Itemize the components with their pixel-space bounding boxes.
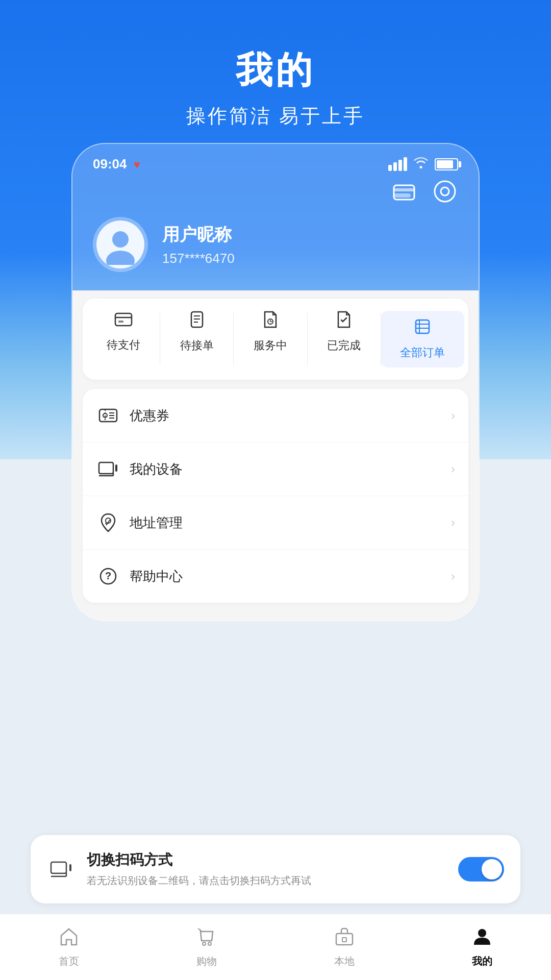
svg-point-35 bbox=[203, 942, 206, 945]
svg-rect-14 bbox=[416, 320, 429, 333]
top-icons-row bbox=[72, 176, 479, 209]
svg-point-3 bbox=[435, 181, 455, 202]
order-tab-pending-accept[interactable]: 待接单 bbox=[160, 311, 233, 368]
coupons-arrow: › bbox=[451, 408, 455, 423]
in-service-label: 服务中 bbox=[254, 338, 287, 353]
order-tab-pending-pay[interactable]: 待支付 bbox=[87, 311, 160, 368]
order-tab-completed[interactable]: 已完成 bbox=[308, 311, 381, 368]
address-label: 地址管理 bbox=[130, 514, 451, 532]
svg-rect-1 bbox=[394, 188, 414, 191]
bottom-nav: 首页 购物 bbox=[0, 914, 551, 980]
fixed-bottom: 切换扫码方式 若无法识别设备二维码，请点击切换扫码方式再试 首页 bbox=[0, 835, 551, 980]
svg-point-36 bbox=[208, 942, 211, 945]
pending-pay-icon bbox=[114, 311, 133, 332]
nav-item-local[interactable]: 本地 bbox=[276, 914, 413, 980]
svg-rect-6 bbox=[115, 313, 132, 326]
page-title-area: 我的 操作简洁 易于上手 bbox=[0, 0, 551, 129]
svg-text:?: ? bbox=[105, 570, 111, 581]
nav-home-label: 首页 bbox=[59, 954, 79, 968]
svg-point-41 bbox=[478, 929, 486, 937]
help-label: 帮助中心 bbox=[130, 568, 451, 585]
wallet-icon[interactable] bbox=[391, 178, 417, 205]
svg-line-38 bbox=[198, 928, 199, 929]
menu-item-coupons[interactable]: 优惠券 › bbox=[83, 389, 468, 443]
svg-rect-39 bbox=[336, 934, 353, 945]
profile-info: 用户昵称 157****6470 bbox=[162, 223, 235, 266]
scan-switch-card: 切换扫码方式 若无法识别设备二维码，请点击切换扫码方式再试 bbox=[31, 835, 520, 903]
svg-rect-8 bbox=[118, 321, 123, 323]
svg-rect-40 bbox=[342, 938, 346, 942]
home-icon bbox=[59, 926, 79, 951]
avatar-inner bbox=[96, 220, 144, 268]
scan-texts: 切换扫码方式 若无法识别设备二维码，请点击切换扫码方式再试 bbox=[87, 850, 447, 888]
scan-title: 切换扫码方式 bbox=[87, 850, 447, 870]
help-arrow: › bbox=[451, 569, 455, 583]
completed-label: 已完成 bbox=[327, 338, 361, 353]
wifi-icon bbox=[413, 156, 429, 172]
completed-icon bbox=[335, 311, 353, 333]
time-text: 09:04 bbox=[93, 156, 127, 172]
pending-accept-icon bbox=[188, 311, 206, 333]
heart-icon: ♥ bbox=[134, 158, 140, 171]
svg-rect-24 bbox=[99, 462, 113, 474]
coupons-label: 优惠券 bbox=[130, 407, 451, 425]
scan-icon bbox=[47, 855, 76, 884]
menu-item-address[interactable]: 地址管理 › bbox=[83, 496, 468, 550]
address-arrow: › bbox=[451, 516, 455, 530]
status-bar: 09:04 ♥ bbox=[72, 144, 479, 176]
help-icon: ? bbox=[96, 564, 120, 589]
orders-card: 待支付 待接单 bbox=[83, 299, 468, 380]
profile-row: 用户昵称 157****6470 bbox=[72, 209, 479, 290]
app-root: 我的 操作简洁 易于上手 09:04 ♥ bbox=[0, 0, 551, 980]
phone-body: 待支付 待接单 bbox=[72, 290, 479, 620]
settings-icon[interactable] bbox=[432, 178, 458, 205]
all-orders-label: 全部订单 bbox=[400, 345, 445, 360]
toggle-knob bbox=[482, 859, 502, 879]
scan-desc: 若无法识别设备二维码，请点击切换扫码方式再试 bbox=[87, 873, 447, 888]
page-title: 我的 bbox=[236, 46, 315, 95]
pending-accept-label: 待接单 bbox=[180, 338, 214, 353]
shop-icon bbox=[196, 926, 217, 951]
device-label: 我的设备 bbox=[130, 460, 451, 478]
in-service-icon bbox=[262, 311, 279, 333]
phone-frame: 09:04 ♥ bbox=[71, 143, 480, 621]
nav-item-home[interactable]: 首页 bbox=[0, 914, 138, 980]
menu-item-device[interactable]: 我的设备 › bbox=[83, 443, 468, 496]
avatar[interactable] bbox=[93, 217, 148, 272]
order-tab-in-service[interactable]: 服务中 bbox=[234, 311, 307, 368]
order-tab-all[interactable]: 全部订单 bbox=[381, 311, 464, 368]
svg-rect-31 bbox=[51, 862, 66, 873]
menu-card: 优惠券 › 我的设备 › bbox=[83, 389, 468, 603]
scan-toggle[interactable] bbox=[458, 857, 504, 881]
svg-point-4 bbox=[112, 231, 129, 248]
status-time: 09:04 ♥ bbox=[93, 156, 140, 172]
nav-item-mine[interactable]: 我的 bbox=[413, 914, 551, 980]
nav-mine-label: 我的 bbox=[472, 954, 492, 968]
mine-icon bbox=[472, 926, 492, 951]
pending-pay-label: 待支付 bbox=[107, 337, 140, 353]
local-icon bbox=[334, 926, 355, 951]
nav-item-shop[interactable]: 购物 bbox=[138, 914, 276, 980]
device-arrow: › bbox=[451, 462, 455, 476]
coupons-icon bbox=[96, 403, 120, 428]
all-orders-icon bbox=[414, 318, 431, 340]
nav-shop-label: 购物 bbox=[196, 954, 217, 968]
nav-local-label: 本地 bbox=[334, 954, 355, 968]
svg-rect-32 bbox=[69, 864, 71, 871]
svg-line-37 bbox=[199, 929, 202, 932]
signal-icon bbox=[388, 157, 407, 171]
svg-point-2 bbox=[441, 187, 449, 195]
address-icon bbox=[96, 510, 120, 535]
profile-name: 用户昵称 bbox=[162, 223, 235, 247]
battery-icon bbox=[435, 158, 458, 170]
svg-rect-25 bbox=[115, 464, 117, 472]
page-subtitle: 操作简洁 易于上手 bbox=[186, 103, 365, 129]
profile-phone: 157****6470 bbox=[162, 251, 235, 266]
status-right bbox=[388, 156, 458, 172]
menu-item-help[interactable]: ? 帮助中心 › bbox=[83, 550, 468, 603]
device-icon bbox=[96, 457, 120, 481]
svg-point-5 bbox=[106, 251, 135, 265]
